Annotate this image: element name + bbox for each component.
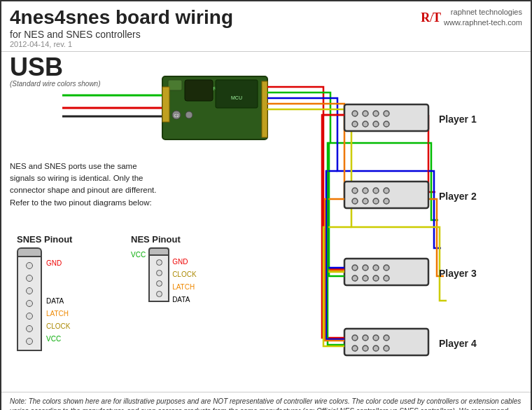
- svg-rect-15: [262, 81, 267, 137]
- svg-point-50: [384, 335, 389, 341]
- svg-point-23: [373, 121, 379, 127]
- svg-point-51: [352, 346, 358, 351]
- svg-point-17: [352, 111, 358, 116]
- note-text: Note: The colors shown here are for illu…: [10, 397, 521, 410]
- svg-point-52: [363, 346, 368, 351]
- svg-point-24: [384, 121, 389, 127]
- svg-text:Player 3: Player 3: [439, 268, 477, 279]
- svg-point-31: [352, 198, 358, 204]
- svg-point-18: [363, 111, 368, 116]
- svg-point-38: [363, 265, 368, 271]
- svg-text:C2: C2: [174, 114, 179, 118]
- svg-point-40: [384, 265, 389, 271]
- svg-point-34: [384, 198, 389, 204]
- svg-text:Player 2: Player 2: [439, 191, 477, 202]
- logo-brand2: www.raphnet-tech.com: [444, 18, 522, 28]
- svg-point-22: [363, 121, 368, 127]
- svg-point-37: [352, 265, 358, 271]
- svg-point-48: [363, 335, 368, 341]
- svg-point-43: [373, 275, 379, 281]
- svg-point-54: [384, 346, 389, 351]
- svg-point-44: [384, 275, 389, 281]
- svg-rect-7: [168, 80, 182, 90]
- diagram-svg: RST MCU C2: [1, 52, 532, 374]
- logo-symbol: R/T: [421, 11, 441, 25]
- svg-point-13: [186, 111, 192, 118]
- svg-point-49: [373, 335, 379, 341]
- svg-point-27: [352, 188, 358, 193]
- svg-rect-8: [185, 80, 213, 101]
- svg-point-41: [352, 275, 358, 281]
- svg-point-28: [363, 188, 368, 193]
- svg-point-21: [352, 121, 358, 127]
- svg-text:Player 1: Player 1: [439, 114, 477, 125]
- svg-point-33: [373, 198, 379, 204]
- note-section: Note: The colors shown here are for illu…: [1, 392, 531, 410]
- svg-point-53: [373, 346, 379, 351]
- logo: R/T raphnet technologies www.raphnet-tec…: [421, 7, 522, 29]
- svg-point-20: [384, 111, 389, 116]
- svg-point-47: [352, 335, 358, 341]
- svg-text:MCU: MCU: [231, 95, 242, 100]
- page: 4nes4snes board wiring for NES and SNES …: [0, 0, 532, 410]
- svg-point-19: [373, 111, 379, 116]
- svg-point-30: [384, 188, 389, 193]
- page-subtitle: for NES and SNES controllers: [10, 29, 522, 40]
- svg-point-39: [373, 265, 379, 271]
- logo-brand1: raphnet technologies: [444, 7, 522, 18]
- svg-point-42: [363, 275, 368, 281]
- svg-rect-14: [162, 87, 169, 122]
- svg-text:Player 4: Player 4: [439, 338, 477, 349]
- svg-point-32: [363, 198, 368, 204]
- svg-rect-9: [216, 80, 258, 108]
- page-date: 2012-04-14, rev. 1: [10, 40, 522, 48]
- svg-point-29: [373, 188, 379, 193]
